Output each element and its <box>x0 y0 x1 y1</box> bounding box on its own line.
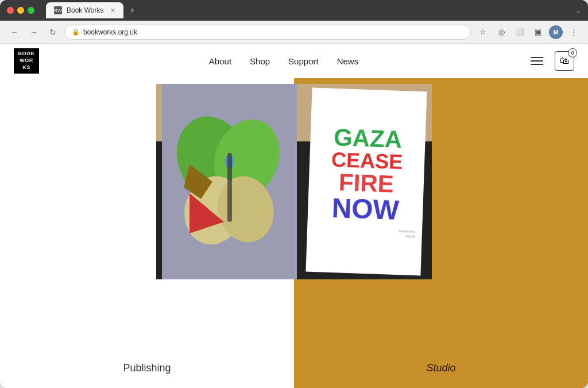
poster-small-text: bookworksorg.uk <box>399 229 415 239</box>
tab-title: Book Works <box>67 6 103 14</box>
poster-line-fire: FIRE <box>338 170 394 196</box>
cart-count: 0 <box>571 50 574 56</box>
logo-text: BOOKWORKS <box>18 51 35 71</box>
extensions-button[interactable]: ◎ <box>494 25 509 40</box>
address-bar[interactable]: 🔒 bookworks.org.uk <box>64 25 471 40</box>
browser-window: BW Book Works ✕ + ⌄ ← → ↻ 🔒 bookworks.or… <box>0 0 588 388</box>
hero-image: GAZA CEASE FIRE NOW bookworksorg.uk <box>156 84 432 279</box>
site-logo[interactable]: BOOKWORKS <box>14 48 39 74</box>
browser-titlebar: BW Book Works ✕ + ⌄ <box>0 0 588 21</box>
butterfly-painting <box>162 84 297 279</box>
reload-button[interactable]: ↻ <box>46 25 60 39</box>
more-options-button[interactable]: ⋮ <box>566 25 581 40</box>
main-content: Publishing Studio <box>0 78 588 388</box>
publishing-label: Publishing <box>123 362 171 374</box>
cart-icon: 🛍 <box>560 56 569 66</box>
hero-image-container: GAZA CEASE FIRE NOW bookworksorg.uk <box>156 84 432 279</box>
security-lock-icon: 🔒 <box>72 28 80 36</box>
nav-right: 🛍 0 <box>528 51 574 71</box>
site-nav: BOOKWORKS About Shop Support News 🛍 <box>0 44 588 78</box>
nav-news[interactable]: News <box>337 56 359 66</box>
window-controls: ⌄ <box>575 6 581 14</box>
nav-support[interactable]: Support <box>288 56 319 66</box>
active-tab[interactable]: BW Book Works ✕ <box>46 2 123 18</box>
tab-favicon: BW <box>54 6 62 14</box>
cart-button[interactable]: 🛍 0 <box>555 51 574 71</box>
hamburger-menu-button[interactable] <box>528 55 546 67</box>
svg-rect-8 <box>227 153 232 222</box>
hamburger-line-3 <box>531 64 543 65</box>
poster-line-now: NOW <box>331 194 400 224</box>
forward-button[interactable]: → <box>26 25 41 39</box>
url-text: bookworks.org.uk <box>83 28 137 36</box>
toolbar-actions: ☆ ◎ ⬜ ▣ M ⋮ <box>475 25 581 40</box>
new-tab-button[interactable]: + <box>126 5 138 16</box>
bookmark-button[interactable]: ☆ <box>475 25 490 40</box>
website-content: BOOKWORKS About Shop Support News 🛍 <box>0 44 588 388</box>
tab-close-icon[interactable]: ✕ <box>110 7 115 14</box>
butterfly-svg <box>172 107 287 256</box>
nav-links: About Shop Support News <box>209 56 358 66</box>
profile-button[interactable]: M <box>549 25 563 39</box>
logo-box: BOOKWORKS <box>14 48 39 74</box>
back-button[interactable]: ← <box>7 25 22 39</box>
maximize-button[interactable] <box>28 7 34 14</box>
gaza-poster: GAZA CEASE FIRE NOW bookworksorg.uk <box>305 88 427 276</box>
hamburger-line-2 <box>531 60 543 62</box>
traffic-lights <box>7 7 34 14</box>
nav-shop[interactable]: Shop <box>250 56 270 66</box>
cart-count-badge: 0 <box>568 48 577 57</box>
nav-about[interactable]: About <box>209 56 231 66</box>
sidebar-button[interactable]: ▣ <box>531 25 546 40</box>
share-button[interactable]: ⬜ <box>512 25 527 40</box>
tab-bar: BW Book Works ✕ + <box>46 2 571 18</box>
minimize-button[interactable] <box>17 7 24 14</box>
browser-toolbar: ← → ↻ 🔒 bookworks.org.uk ☆ ◎ ⬜ ▣ M ⋮ <box>0 21 588 44</box>
close-button[interactable] <box>7 7 14 14</box>
studio-label: Studio <box>426 362 455 374</box>
hamburger-line-1 <box>531 57 543 58</box>
